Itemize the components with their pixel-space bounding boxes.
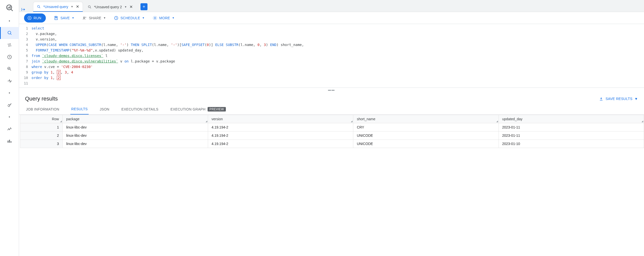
results-header: Query results SAVE RESULTS ▼ [19,92,644,104]
svg-point-14 [38,5,40,7]
share-button[interactable]: SHARE ▼ [82,16,106,20]
tab-execution-graph-label: EXECUTION GRAPH [171,107,206,111]
tab-label: *Unsaved query [43,5,68,9]
save-button[interactable]: SAVE ▼ [54,16,74,20]
table-row[interactable]: 3 linux-libc-dev 4.19.194-2 UNICODE 2023… [20,140,644,148]
rail-monitoring[interactable] [0,123,19,135]
more-button[interactable]: MORE ▼ [153,16,175,20]
rail-sql-workspace[interactable] [0,27,19,39]
caret-icon: ▼ [72,16,74,19]
results-table: Row◢ package◢ version◢ short_name◢ updat… [20,115,644,148]
svg-point-19 [83,17,85,18]
gear-icon [153,16,157,20]
tab-job-information[interactable]: JOB INFORMATION [25,104,60,114]
add-tab-button[interactable]: + [140,3,147,10]
table-row[interactable]: 1 linux-libc-dev 4.19.194-2 CRY 2023-01-… [20,123,644,132]
svg-line-17 [90,8,91,8]
query-toolbar: RUN SAVE ▼ SHARE ▼ SCHEDULE [19,12,644,24]
rail-capacity[interactable] [0,135,19,147]
caret-icon: ▼ [634,97,638,101]
more-label: MORE [159,16,170,20]
rail-separator-2 [0,87,19,99]
svg-line-1 [11,9,13,11]
results-title: Query results [25,96,58,102]
rail-bi-engine[interactable] [0,75,19,87]
schedule-icon [114,16,118,20]
caret-icon: ▼ [172,16,175,19]
col-updated-day[interactable]: updated_day◢ [499,115,644,123]
col-package[interactable]: package◢ [63,115,208,123]
results-tabs: JOB INFORMATION RESULTS JSON EXECUTION D… [19,104,644,115]
left-nav-rail [0,0,19,256]
save-icon [54,16,58,20]
svg-point-5 [8,31,11,34]
svg-point-9 [11,80,12,81]
svg-point-16 [88,6,90,8]
save-label: SAVE [60,16,70,20]
tab-close-icon[interactable]: ✕ [129,4,133,9]
svg-rect-11 [9,140,10,143]
tab-results[interactable]: RESULTS [70,104,89,114]
caret-icon: ▼ [103,16,106,19]
sql-editor[interactable]: 1select 2 v.package, 3 v.version, 4 UPPE… [19,24,644,88]
tab-label: *Unsaved query 2 [94,5,122,9]
query-icon [37,5,41,9]
preview-badge: PREVIEW [208,107,226,112]
schedule-button[interactable]: SCHEDULE ▼ [114,16,145,20]
play-icon [28,16,32,20]
tab-execution-details[interactable]: EXECUTION DETAILS [120,104,159,114]
svg-rect-2 [8,8,8,8]
schedule-label: SCHEDULE [120,16,140,20]
tab-json[interactable]: JSON [99,104,110,114]
share-icon [82,16,87,20]
run-button[interactable]: RUN [24,14,46,22]
workspace: *Unsaved query ▼ ✕ *Unsaved query 2 ▼ ✕ … [19,0,644,256]
col-row[interactable]: Row◢ [20,115,63,123]
resize-handle[interactable]: ▬▬ [19,88,644,92]
col-version[interactable]: version◢ [208,115,353,123]
query-tabs: *Unsaved query ▼ ✕ *Unsaved query 2 ▼ ✕ … [19,0,644,12]
svg-rect-4 [10,6,11,8]
rail-admin[interactable] [0,99,19,111]
col-short-name[interactable]: short_name◢ [353,115,499,123]
save-results-label: SAVE RESULTS [605,97,632,101]
tab-execution-graph[interactable]: EXECUTION GRAPH PREVIEW [170,104,227,114]
svg-line-6 [11,34,12,35]
caret-icon: ▼ [142,16,145,19]
collapse-explorer-icon[interactable] [21,7,26,12]
rail-reservations[interactable] [0,63,19,75]
tab-menu-caret[interactable]: ▼ [124,6,127,8]
rail-transfers[interactable] [0,39,19,51]
rail-scheduled[interactable] [0,51,19,63]
rail-separator [0,15,19,27]
download-icon [599,96,603,101]
bigquery-logo [5,3,14,12]
svg-rect-12 [11,141,11,143]
svg-point-21 [154,17,156,18]
svg-rect-10 [8,140,8,142]
tab-unsaved-query-1[interactable]: *Unsaved query ▼ ✕ [33,2,83,12]
tab-unsaved-query-2[interactable]: *Unsaved query 2 ▼ ✕ [84,2,136,12]
tab-menu-caret[interactable]: ▼ [71,5,73,8]
svg-rect-3 [9,7,10,8]
save-results-button[interactable]: SAVE RESULTS ▼ [599,96,638,101]
table-row[interactable]: 2 linux-libc-dev 4.19.194-2 UNICODE 2023… [20,132,644,140]
run-label: RUN [34,16,41,20]
tab-close-icon[interactable]: ✕ [76,4,79,9]
svg-line-15 [39,7,40,8]
rail-separator-3 [0,111,19,123]
share-label: SHARE [89,16,101,20]
query-icon [88,5,92,9]
